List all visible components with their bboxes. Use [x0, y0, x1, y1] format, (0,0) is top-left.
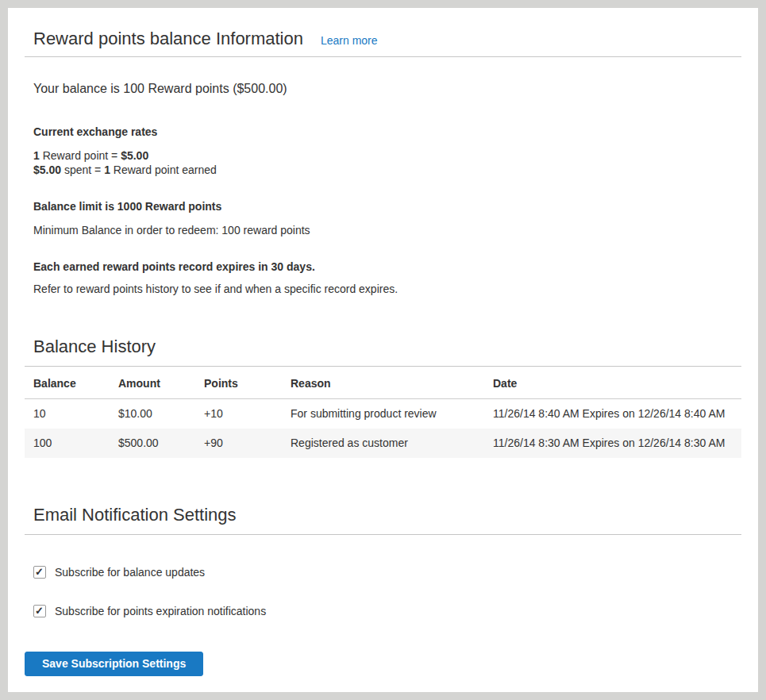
balance-updates-checkbox[interactable]	[33, 566, 46, 579]
column-header-reason: Reason	[282, 367, 484, 399]
cell-date: 11/26/14 8:40 AM Expires on 12/26/14 8:4…	[484, 399, 741, 429]
table-row: 10 $10.00 +10 For submitting product rev…	[25, 399, 741, 429]
column-header-date: Date	[484, 367, 741, 399]
page-title: Reward points balance Information	[33, 28, 303, 50]
expiry-rule-heading: Each earned reward points record expires…	[25, 260, 741, 274]
exchange-rate-line-1: 1 Reward point = $5.00	[33, 148, 741, 163]
cell-balance: 10	[25, 399, 110, 429]
rate2-points: 1	[104, 163, 110, 176]
table-header-row: Balance Amount Points Reason Date	[25, 367, 741, 399]
save-subscription-settings-button[interactable]: Save Subscription Settings	[25, 652, 203, 676]
balance-limit-heading: Balance limit is 1000 Reward points	[25, 199, 741, 213]
cell-points: +10	[195, 399, 282, 429]
table-row: 100 $500.00 +90 Registered as customer 1…	[25, 429, 741, 458]
exchange-rate-lines: 1 Reward point = $5.00 $5.00 spent = 1 R…	[25, 148, 741, 177]
rate2-value: $5.00	[33, 163, 61, 176]
cell-date: 11/26/14 8:30 AM Expires on 12/26/14 8:3…	[484, 429, 741, 458]
cell-reason: For submitting product review	[282, 399, 484, 429]
subscribe-balance-updates-option: Subscribe for balance updates	[25, 565, 741, 579]
expiry-note-text: Refer to reward points history to see if…	[25, 282, 741, 296]
rate1-text: Reward point =	[40, 149, 121, 162]
reward-points-card: Reward points balance Information Learn …	[8, 8, 758, 692]
cell-amount: $10.00	[110, 399, 195, 429]
balance-history-heading: Balance History	[25, 336, 741, 367]
email-notification-settings-heading: Email Notification Settings	[25, 504, 741, 535]
column-header-points: Points	[195, 367, 282, 399]
column-header-amount: Amount	[110, 367, 195, 399]
points-expiration-checkbox[interactable]	[33, 605, 46, 617]
rate2-text2: Reward point earned	[110, 163, 217, 176]
balance-updates-label: Subscribe for balance updates	[55, 565, 205, 579]
minimum-balance-text: Minimum Balance in order to redeem: 100 …	[25, 223, 741, 237]
cell-points: +90	[195, 429, 282, 458]
rate1-value: $5.00	[121, 149, 148, 162]
rate2-text: spent =	[61, 163, 104, 176]
balance-message: Your balance is 100 Reward points ($500.…	[25, 81, 741, 97]
exchange-rate-line-2: $5.00 spent = 1 Reward point earned	[33, 163, 741, 177]
column-header-balance: Balance	[25, 367, 110, 399]
learn-more-link[interactable]: Learn more	[321, 34, 378, 47]
balance-history-table: Balance Amount Points Reason Date 10 $10…	[25, 367, 741, 458]
page-header: Reward points balance Information Learn …	[25, 28, 741, 57]
exchange-rates-heading: Current exchange rates	[25, 125, 741, 139]
cell-amount: $500.00	[110, 429, 195, 458]
cell-reason: Registered as customer	[282, 429, 484, 458]
cell-balance: 100	[25, 429, 110, 458]
subscribe-expiration-notifications-option: Subscribe for points expiration notifica…	[25, 604, 741, 618]
rate1-points: 1	[33, 149, 40, 162]
points-expiration-label: Subscribe for points expiration notifica…	[55, 604, 266, 618]
